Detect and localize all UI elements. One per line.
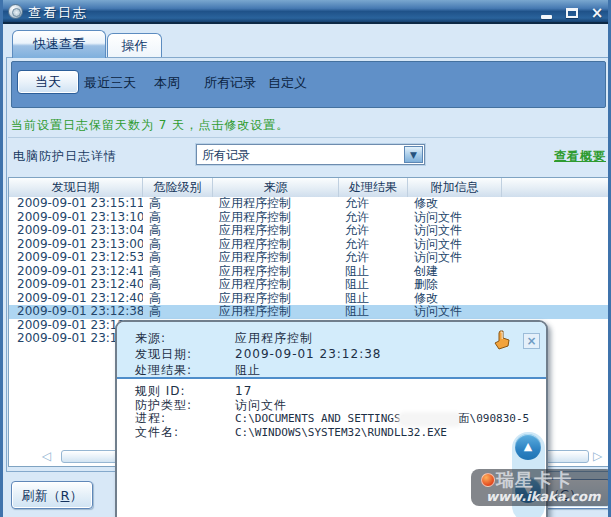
- table-cell: 访问文件: [408, 305, 502, 319]
- table-row[interactable]: 2009-09-01 23:12:40高应用程序控制阻止修改: [9, 292, 608, 306]
- app-logo-icon: [8, 4, 23, 19]
- table-row[interactable]: 2009-09-01 23:12:53高应用程序控制允许访问文件: [9, 251, 608, 265]
- table-cell: 应用程序控制: [213, 251, 339, 265]
- window-title: 查看日志: [28, 4, 88, 22]
- table-cell: 高: [143, 292, 213, 306]
- table-row[interactable]: 2009-09-01 23:12:41高应用程序控制阻止创建: [9, 265, 608, 279]
- table-cell: 允许: [339, 238, 408, 252]
- popup-header: 来源:应用程序控制发现日期:2009-09-01 23:12:38处理结果:阻止: [117, 322, 546, 379]
- popup-field-row: 防护类型:访问文件: [135, 399, 546, 413]
- table-cell: 2009-09-01 23:12:40: [9, 278, 143, 292]
- popup-field-label: 处理结果:: [135, 362, 235, 378]
- table-row[interactable]: 2009-09-01 23:15:11高应用程序控制允许修改: [9, 197, 608, 211]
- table-cell: 删除: [408, 278, 502, 292]
- column-header-filler: [502, 178, 608, 197]
- toolbar-button-custom[interactable]: 自定义: [268, 71, 307, 94]
- table-row[interactable]: 2009-09-01 23:12:38高应用程序控制阻止访问文件: [9, 305, 608, 319]
- popup-field-label: 文件名:: [135, 426, 235, 440]
- toolbar-button-this-week[interactable]: 本周: [154, 71, 180, 94]
- table-cell: 高: [143, 251, 213, 265]
- popup-close-button[interactable]: ×: [523, 333, 540, 349]
- chevron-down-icon: ▼: [410, 150, 417, 160]
- table-cell: 应用程序控制: [213, 305, 339, 319]
- table-cell: 应用程序控制: [213, 197, 339, 211]
- table-row[interactable]: 2009-09-01 23:13:00高应用程序控制允许访问文件: [9, 238, 608, 252]
- tab-actions-label: 操作: [122, 38, 148, 53]
- refresh-label: 刷新（: [21, 488, 60, 503]
- table-cell: 2009-09-01 23:12:41: [9, 265, 143, 279]
- table-cell: 高: [143, 197, 213, 211]
- table-cell: 阻止: [339, 265, 408, 279]
- popup-field-row: 来源:应用程序控制: [135, 330, 546, 346]
- toolbar-button-today[interactable]: 当天: [17, 70, 79, 94]
- redacted-text: [401, 415, 459, 424]
- tab-quick-view[interactable]: 快速查看: [12, 30, 106, 58]
- table-cell: 创建: [408, 265, 502, 279]
- table-cell: 修改: [408, 292, 502, 306]
- popup-field-value: 2009-09-01 23:12:38: [235, 347, 381, 361]
- popup-field-value: C:\DOCUMENTS AND SETTINGS面\090830-5: [235, 412, 529, 425]
- table-cell: 应用程序控制: [213, 238, 339, 252]
- scroll-left-icon[interactable]: ◁: [42, 449, 51, 464]
- popup-field-label: 进程:: [135, 412, 235, 426]
- popup-field-value: 17: [235, 384, 252, 398]
- table-cell: 阻止: [339, 292, 408, 306]
- table-cell: 2009-09-01 23:12:38: [9, 305, 143, 319]
- popup-field-row: 规则 ID:17: [135, 385, 546, 399]
- table-cell: 2009-09-01 23:12:40: [9, 292, 143, 306]
- table-cell: 应用程序控制: [213, 211, 339, 225]
- popup-field-value: C:\WINDOWS\SYSTEM32\RUNDLL32.EXE: [235, 426, 447, 439]
- popup-field-value: 应用程序控制: [235, 331, 313, 345]
- filter-label: 电脑防护日志详情: [13, 148, 117, 165]
- hand-cursor-icon: [492, 330, 512, 352]
- watermark-brand: 瑞星卡卡: [480, 470, 611, 489]
- close-window-button[interactable]: ×: [589, 7, 605, 20]
- table-row[interactable]: 2009-09-01 23:12:40高应用程序控制阻止删除: [9, 278, 608, 292]
- popup-field-label: 防护类型:: [135, 399, 235, 413]
- minimize-button[interactable]: [539, 7, 555, 20]
- column-header-4[interactable]: 附加信息: [408, 178, 502, 197]
- table-row[interactable]: 2009-09-01 23:13:10高应用程序控制允许访问文件: [9, 211, 608, 225]
- table-cell: 应用程序控制: [213, 224, 339, 238]
- table-cell: 高: [143, 265, 213, 279]
- view-summary-link[interactable]: 查看概要: [554, 148, 606, 165]
- date-range-toolbar: 当天最近三天本周所有记录自定义: [11, 61, 606, 108]
- close-icon: ×: [591, 4, 604, 22]
- table-row[interactable]: 2009-09-01 23:13:04高应用程序控制允许访问文件: [9, 224, 608, 238]
- table-cell: 高: [143, 238, 213, 252]
- scroll-right-icon[interactable]: ▷: [593, 449, 602, 464]
- minimize-icon: [541, 15, 552, 19]
- popup-field-label: 规则 ID:: [135, 385, 235, 399]
- table-cell: 2009-09-01 23:13:10: [9, 211, 143, 225]
- table-cell: 阻止: [339, 305, 408, 319]
- table-cell: 高: [143, 278, 213, 292]
- kaka-logo-icon: [481, 473, 495, 487]
- popup-field-value: 阻止: [235, 363, 261, 377]
- maximize-button[interactable]: [564, 7, 580, 20]
- tab-actions[interactable]: 操作: [107, 33, 162, 57]
- table-cell: 修改: [408, 197, 502, 211]
- column-header-0[interactable]: 发现日期: [9, 178, 143, 197]
- popup-field-row: 文件名:C:\WINDOWS\SYSTEM32\RUNDLL32.EXE: [135, 426, 546, 440]
- ikaka-watermark: 瑞星卡卡 www.ikaka.com: [471, 469, 611, 506]
- column-header-1[interactable]: 危险级别: [143, 178, 213, 197]
- popup-body: 规则 ID:17防护类型:访问文件进程:C:\DOCUMENTS AND SET…: [117, 381, 546, 439]
- maximize-icon: [566, 8, 578, 18]
- table-cell: 应用程序控制: [213, 265, 339, 279]
- table-header-row: 发现日期危险级别来源处理结果附加信息: [9, 178, 608, 197]
- column-header-3[interactable]: 处理结果: [339, 178, 408, 197]
- retention-notice[interactable]: 当前设置日志保留天数为 7 天，点击修改设置。: [11, 117, 289, 134]
- toolbar-button-all-records[interactable]: 所有记录: [204, 71, 256, 94]
- table-cell: 高: [143, 211, 213, 225]
- popup-field-row: 发现日期:2009-09-01 23:12:38: [135, 346, 546, 362]
- scroll-up-button[interactable]: ▲: [515, 434, 541, 460]
- toolbar-button-last-3-days[interactable]: 最近三天: [84, 71, 136, 94]
- table-cell: 高: [143, 224, 213, 238]
- record-type-dropdown[interactable]: 所有记录 ▼: [196, 144, 425, 165]
- dropdown-arrow-button[interactable]: ▼: [404, 146, 423, 163]
- tab-quick-view-label: 快速查看: [33, 36, 85, 51]
- table-cell: 允许: [339, 224, 408, 238]
- column-header-2[interactable]: 来源: [213, 178, 339, 197]
- refresh-button[interactable]: 刷新（R）: [11, 481, 93, 509]
- table-cell: 应用程序控制: [213, 278, 339, 292]
